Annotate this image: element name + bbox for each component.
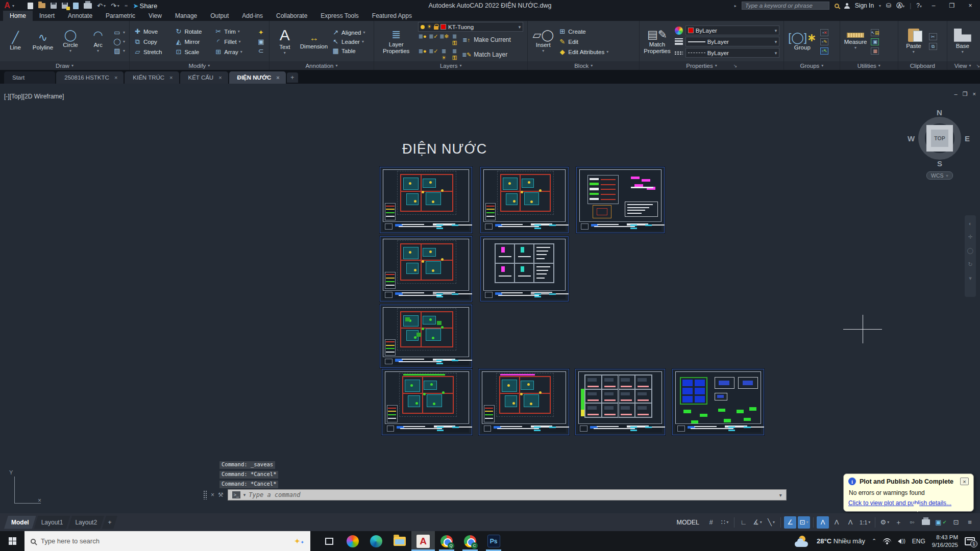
compass-west[interactable]: W	[908, 134, 915, 143]
command-close-icon[interactable]: ×	[211, 491, 214, 498]
hatch-caret-icon[interactable]: ▾	[123, 48, 125, 53]
drawing-sheet-plan-drain-magenta[interactable]	[479, 369, 569, 435]
color-wheel-icon[interactable]	[675, 27, 683, 35]
drawing-sheet-plan-water-green[interactable]	[380, 305, 472, 368]
help-search-input[interactable]: Type a keyword or phrase	[742, 2, 829, 10]
ribbon-tab-add-ins[interactable]: Add-ins	[235, 11, 270, 21]
block-panel-label[interactable]: Block▾	[528, 61, 639, 70]
trim-button[interactable]: ✂Trim▾	[214, 28, 253, 35]
ribbon-tab-manage[interactable]: Manage	[168, 11, 204, 21]
dimension-button[interactable]: ↔ Dimension	[300, 33, 328, 50]
layer-properties-button[interactable]: ≣ Layer Properties	[378, 29, 414, 54]
polar-tracking-icon-caret[interactable]: ▾	[760, 520, 762, 524]
file-tab-điện-nước[interactable]: ĐIỆN NƯỚC×	[229, 71, 286, 84]
line-button[interactable]: ╱Line	[4, 32, 27, 51]
annotation-autoscale-icon[interactable]: Λ	[830, 516, 843, 529]
erase-button[interactable]: ✦	[257, 29, 265, 36]
object-snap-tracking-icon[interactable]: ∠	[784, 516, 796, 529]
lineweight-icon[interactable]	[675, 38, 683, 45]
taskbar-app-file-explorer[interactable]	[388, 531, 411, 551]
ribbon-tab-annotate[interactable]: Annotate	[61, 11, 99, 21]
rectangle-button[interactable]: ▭▾	[113, 29, 125, 36]
make-current-icon[interactable]: ≣↑	[462, 37, 471, 43]
circle-button[interactable]: ◯Circle▾	[59, 30, 82, 54]
action-center-icon[interactable]: 1	[965, 537, 975, 545]
layer-select[interactable]: ☀ KT-Tuong ▾	[418, 22, 523, 32]
scale-button[interactable]: ⊡Scale	[175, 48, 212, 56]
snap-mode-icon[interactable]: ∷▾	[719, 516, 731, 529]
view-cube-top-face[interactable]: TOP	[926, 125, 953, 152]
ribbon-tab-parametric[interactable]: Parametric	[99, 11, 142, 21]
drawing-sheet-notes-grid[interactable]	[480, 236, 569, 302]
file-tab-close-icon[interactable]: ×	[276, 74, 279, 81]
file-tab-start[interactable]: Start	[4, 71, 55, 84]
ribbon-tab-featured-apps[interactable]: Featured Apps	[365, 11, 419, 21]
leader-caret-icon[interactable]: ▾	[362, 39, 364, 44]
customization-menu-icon[interactable]: ≡	[964, 516, 976, 529]
redo-icon[interactable]: ↷▾	[111, 2, 119, 10]
edit-block-button[interactable]: ✎ Edit	[558, 38, 608, 45]
search-icon[interactable]	[835, 4, 839, 8]
notification-close-icon[interactable]: ×	[960, 478, 969, 485]
compass-east[interactable]: E	[965, 134, 970, 143]
view-cube[interactable]: N W E S TOP	[912, 110, 968, 166]
zoom-extents-icon[interactable]: ◯	[967, 247, 973, 254]
annotation-scale-icon[interactable]: Λ	[844, 516, 856, 529]
help-icon[interactable]: ?▾	[916, 2, 922, 9]
isometric-drafting-icon-caret[interactable]: ▾	[773, 520, 775, 524]
plot-details-icon[interactable]	[920, 516, 932, 529]
group-edit-icon[interactable]: ▫✎	[820, 38, 828, 45]
new-file-tab-button[interactable]: +	[287, 72, 298, 83]
fillet-caret-icon[interactable]: ▾	[239, 39, 241, 44]
object-snap-icon-caret[interactable]: ▾	[806, 520, 808, 524]
draw-panel-label[interactable]: Draw▾	[0, 61, 129, 70]
taskbar-app-copilot[interactable]	[341, 531, 364, 551]
ellipse-caret-icon[interactable]: ▾	[123, 39, 125, 44]
navigation-bar[interactable]: ◐ ✛ ◯ ↻ ▾	[965, 215, 976, 297]
drawing-sheet-septic-details[interactable]	[672, 369, 764, 435]
file-tab-kiến-trúc[interactable]: KIẾN TRÚC×	[125, 71, 179, 84]
copy-button[interactable]: ⧉Copy	[134, 38, 173, 46]
print-icon[interactable]	[84, 3, 92, 9]
arc-caret-icon[interactable]: ▾	[97, 49, 99, 54]
save-icon[interactable]	[51, 3, 57, 9]
close-button[interactable]: ×	[964, 2, 977, 9]
command-drag-handle[interactable]	[203, 490, 207, 499]
isolate-objects-icon[interactable]: ▫◦	[906, 516, 918, 529]
compass-north[interactable]: N	[937, 108, 942, 117]
customize-qat-icon[interactable]: ≂	[125, 4, 128, 8]
taskbar-app-photoshop[interactable]: Ps	[482, 531, 505, 551]
layer-on-icon[interactable]: ≣●	[418, 48, 427, 61]
mirror-button[interactable]: ◭Mirror	[175, 38, 212, 45]
copy-clip-icon[interactable]: ⧉	[929, 43, 937, 50]
layer-isolate-icon[interactable]: ≣✓	[429, 33, 437, 46]
orbit-icon[interactable]: ↻	[968, 261, 972, 268]
viewport-window-buttons[interactable]: – ❐ ×	[954, 91, 976, 97]
make-current-button[interactable]: Make Current	[474, 36, 511, 43]
annotation-monitor-plus-icon[interactable]: ＋	[892, 516, 904, 529]
drawing-sheet-riser-diagram[interactable]	[576, 167, 665, 233]
clock[interactable]: 8:43 PM9/16/2025	[932, 534, 958, 549]
match-properties-button[interactable]: ▤✎ MatchProperties	[644, 29, 670, 54]
workspace-gear-icon[interactable]: ⚙▾	[878, 516, 891, 529]
aligned-caret-icon[interactable]: ▾	[363, 30, 365, 35]
autocad-logo-icon[interactable]: A	[2, 1, 12, 10]
drawing-sheet-plan-power[interactable]	[380, 236, 472, 302]
show-hidden-icons-chevron[interactable]: ⌃	[872, 538, 876, 544]
minimize-button[interactable]: –	[927, 2, 940, 9]
paste-button[interactable]: Paste▾	[902, 29, 925, 55]
command-input[interactable]: >_ ▾ Type a command ▾	[228, 489, 787, 500]
layout-tab-layout1[interactable]: Layout1	[34, 516, 70, 529]
snap-mode-icon-caret[interactable]: ▾	[726, 520, 728, 524]
stretch-button[interactable]: ▱Stretch	[134, 48, 173, 56]
measure-button[interactable]: Measure▾	[844, 33, 867, 51]
fillet-button[interactable]: ◜Fillet▾	[214, 38, 253, 45]
file-tab-kết-cấu[interactable]: KẾT CẤU×	[180, 71, 228, 84]
grid-icon[interactable]: #	[705, 516, 717, 529]
group-button[interactable]: [◯]∗ Group	[788, 32, 816, 51]
layers-panel-label[interactable]: Layers▾	[374, 61, 527, 70]
array-button[interactable]: ⊞Array▾	[214, 48, 253, 56]
cut-icon[interactable]: ✂	[929, 33, 937, 40]
match-layer-button[interactable]: Match Layer	[474, 51, 507, 58]
ellipse-button[interactable]: ◯▾	[113, 38, 125, 45]
